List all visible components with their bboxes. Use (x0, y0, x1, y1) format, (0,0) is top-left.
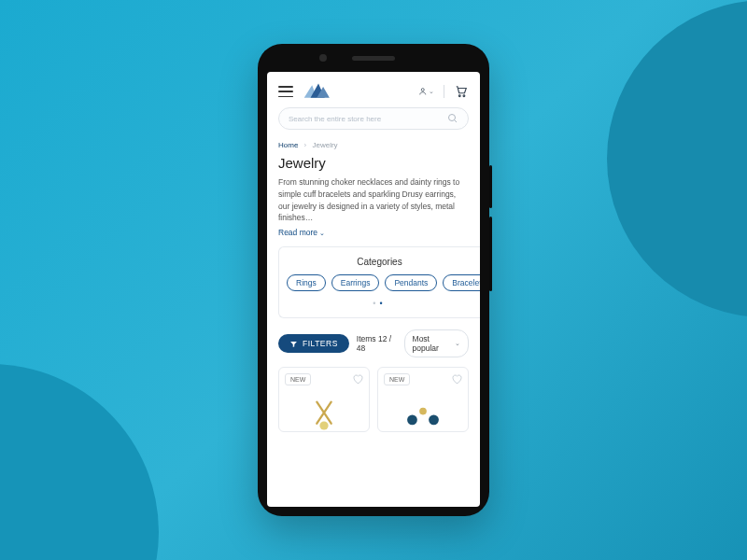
search-bar[interactable] (278, 107, 469, 130)
wishlist-icon[interactable] (352, 373, 363, 385)
wishlist-icon[interactable] (451, 373, 462, 385)
chevron-down-icon: ⌄ (319, 230, 325, 236)
product-grid: NEW NEW (267, 367, 480, 432)
listing-toolbar: FILTERS Items 12 / 48 Most popular⌄ (267, 318, 480, 367)
svg-point-1 (458, 95, 460, 97)
product-image (388, 398, 459, 432)
breadcrumb-home[interactable]: Home (278, 141, 298, 149)
breadcrumb: Home › Jewelry (267, 139, 480, 155)
search-input[interactable] (289, 115, 447, 123)
page-description: From stunning choker necklaces and daint… (267, 176, 480, 226)
cart-icon[interactable] (454, 84, 469, 99)
svg-line-4 (455, 120, 458, 123)
menu-icon[interactable] (278, 86, 293, 97)
svg-point-7 (429, 414, 439, 425)
app-header: ⌄ (267, 72, 480, 107)
app-screen: ⌄ (267, 72, 480, 507)
search-icon[interactable] (447, 113, 458, 124)
product-card[interactable]: NEW (278, 367, 370, 432)
phone-frame: ⌄ (258, 44, 489, 516)
account-icon[interactable]: ⌄ (419, 84, 434, 99)
product-card[interactable]: NEW (377, 367, 469, 432)
svg-point-6 (407, 414, 417, 425)
new-badge: NEW (384, 373, 410, 385)
read-more-link[interactable]: Read more⌄ (267, 226, 480, 246)
chevron-down-icon: ⌄ (455, 340, 460, 347)
svg-point-2 (463, 95, 465, 97)
category-chips[interactable]: Rings Earrings Pendants Bracelets Ne (279, 274, 480, 291)
brand-logo[interactable] (303, 81, 334, 102)
item-count: Items 12 / 48 (357, 334, 397, 353)
categories-heading: Categories (279, 257, 480, 267)
header-divider (444, 85, 444, 98)
product-image (289, 398, 360, 432)
category-chip[interactable]: Earrings (331, 274, 380, 291)
breadcrumb-separator: › (304, 141, 307, 149)
filter-icon (289, 340, 298, 348)
sort-dropdown[interactable]: Most popular⌄ (404, 329, 469, 357)
category-chip[interactable]: Bracelets (443, 274, 480, 291)
svg-point-5 (319, 421, 328, 429)
filters-button[interactable]: FILTERS (278, 334, 349, 353)
svg-point-3 (449, 115, 456, 121)
carousel-dots[interactable]: •• (279, 299, 480, 308)
categories-panel: Categories Rings Earrings Pendants Brace… (278, 246, 480, 318)
svg-point-0 (421, 89, 424, 91)
page-title: Jewelry (267, 155, 480, 176)
breadcrumb-current: Jewelry (312, 141, 337, 149)
category-chip[interactable]: Pendants (385, 274, 437, 291)
category-chip[interactable]: Rings (287, 274, 326, 291)
svg-point-8 (419, 408, 427, 415)
new-badge: NEW (285, 373, 311, 385)
